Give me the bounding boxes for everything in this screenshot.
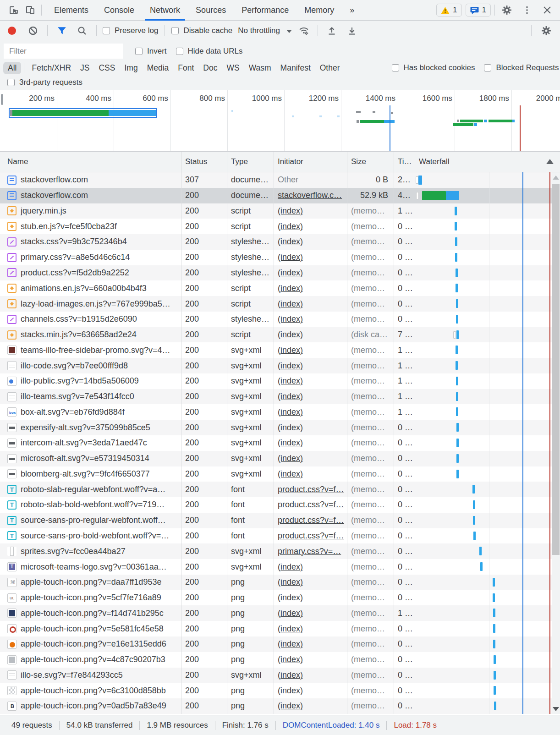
initiator-link[interactable]: (index) [278,299,303,309]
more-options-icon[interactable] [519,2,535,18]
table-row[interactable]: channels.css?v=b1915d2e6090200styleshe…(… [0,312,560,327]
table-row[interactable]: primary.css?v=a8e5d46c6c14200styleshe…(i… [0,250,560,265]
initiator-link[interactable]: (index) [278,454,303,463]
filter-type-ws[interactable]: WS [222,62,244,74]
device-toolbar-icon[interactable] [22,2,38,18]
filter-type-js[interactable]: JS [76,62,94,74]
table-row[interactable]: stacks.css?v=9b3c752346b4200styleshe…(in… [0,234,560,250]
table-row[interactable]: apple-touch-icon.png?v=0ad5b7a83e49200pn… [0,698,560,714]
initiator-link[interactable]: product.css?v=f… [278,516,344,525]
initiator-link[interactable]: product.css?v=f… [278,500,344,510]
third-party-checkbox[interactable]: 3rd-party requests [7,78,82,87]
tab-sources[interactable]: Sources [188,0,234,21]
inspect-element-icon[interactable] [5,2,22,18]
disable-cache-checkbox[interactable]: Disable cache [171,26,232,35]
table-row[interactable]: jquery.min.js200script(index)(memo…1 … [0,203,560,219]
table-row[interactable]: illo-teams.svg?v=7e543f14fcc0200svg+xml(… [0,389,560,405]
import-har-icon[interactable] [324,22,340,39]
warning-badge[interactable]: 1 [436,4,461,16]
blocked-requests-checkbox[interactable]: Blocked Requests [484,63,559,72]
table-row[interactable]: apple-touch-icon.png?v=daa7ff1d953e200pn… [0,575,560,590]
filter-type-img[interactable]: Img [120,62,142,74]
initiator-link[interactable]: (index) [278,577,303,587]
scroll-up-icon[interactable] [553,176,559,180]
initiator-link[interactable]: (index) [278,639,303,649]
initiator-link[interactable]: (index) [278,593,303,603]
initiator-link[interactable]: primary.css?v=… [278,547,341,556]
table-row[interactable]: sprites.svg?v=fcc0ea44ba27200svg+xmlprim… [0,543,560,559]
invert-checkbox[interactable]: Invert [135,47,167,56]
network-settings-gear-icon[interactable] [538,22,555,39]
table-row[interactable]: roboto-slab-bold-webfont.woff?v=719…200f… [0,497,560,513]
preserve-log-checkbox[interactable]: Preserve log [103,26,158,35]
table-row[interactable]: apple-touch-icon.png?v=5e581fc45e58200pn… [0,621,560,636]
filter-type-manifest[interactable]: Manifest [276,62,315,74]
initiator-link[interactable]: (index) [278,284,303,293]
table-row[interactable]: microsoft-alt.svg?v=e57319450314200svg+x… [0,451,560,466]
filter-type-fetchxhr[interactable]: Fetch/XHR [27,62,76,74]
table-row[interactable]: apple-touch-icon.png?v=f14d741b295c200pn… [0,605,560,621]
filter-type-other[interactable]: Other [315,62,345,74]
initiator-link[interactable]: (index) [278,346,303,355]
initiator-link[interactable]: (index) [278,701,303,711]
filter-type-all[interactable]: All [3,62,21,74]
initiator-link[interactable]: (index) [278,376,303,386]
filter-input[interactable]: Filter [4,44,123,59]
table-row[interactable]: animations.en.js?v=660a00b4b4f3200script… [0,280,560,296]
table-row[interactable]: apple-touch-icon.png?v=5cf7fe716a89200pn… [0,590,560,606]
settings-gear-icon[interactable] [499,2,515,18]
tab-performance[interactable]: Performance [234,0,296,21]
throttling-select[interactable]: No throttling [238,26,292,35]
initiator-link[interactable]: product.css?v=f… [278,531,344,541]
initiator-link[interactable]: (index) [278,670,303,680]
table-row[interactable]: apple-touch-icon.png?v=e16e1315edd6200pn… [0,636,560,652]
table-row[interactable]: stackoverflow.com307docume…Other0 B2… [0,172,560,188]
table-row[interactable]: roboto-slab-regular-webfont.woff?v=a…200… [0,482,560,497]
filter-type-css[interactable]: CSS [94,62,120,74]
initiator-link[interactable]: (index) [278,686,303,696]
initiator-link[interactable]: (index) [278,655,303,664]
table-row[interactable]: intercom-alt.svg?v=3eda71aed47c200svg+xm… [0,435,560,451]
has-blocked-cookies-checkbox[interactable]: Has blocked cookies [392,63,475,72]
table-row[interactable]: teams-illo-free-sidebar-promo.svg?v=4…20… [0,342,560,358]
close-icon[interactable] [539,2,555,18]
filter-type-wasm[interactable]: Wasm [244,62,276,74]
export-har-icon[interactable] [344,22,360,39]
table-row[interactable]: bloomberg-alt.svg?v=9fc4f6650377200svg+x… [0,466,560,482]
scrollbar[interactable] [552,172,560,714]
column-header-name[interactable]: Name [0,152,181,172]
initiator-link[interactable]: (index) [278,392,303,401]
table-row[interactable]: stacks.min.js?v=636658ad2e24200script(in… [0,327,560,343]
table-row[interactable]: expensify-alt.svg?v=375099b85ce5200svg+x… [0,420,560,435]
initiator-link[interactable]: (index) [278,609,303,618]
tab-memory[interactable]: Memory [296,0,342,21]
initiator-link[interactable]: (index) [278,407,303,417]
network-overview[interactable]: 200 ms400 ms600 ms800 ms1000 ms1200 ms14… [0,90,560,152]
initiator-link[interactable]: (index) [278,330,303,340]
table-row[interactable]: lazy-load-images.en.js?v=767e999ba5…200s… [0,296,560,312]
column-header-type[interactable]: Type [227,152,274,172]
initiator-link[interactable]: product.css?v=f… [278,485,344,494]
initiator-link[interactable]: (index) [278,624,303,634]
table-row[interactable]: source-sans-pro-regular-webfont.woff…200… [0,513,560,528]
filter-type-media[interactable]: Media [143,62,174,74]
record-button[interactable] [8,27,16,35]
table-row[interactable]: stackoverflow.com200docume…stackoverflow… [0,188,560,203]
column-header-initiator[interactable]: Initiator [274,152,347,172]
column-header-status[interactable]: Status [181,152,227,172]
column-header-size[interactable]: Size [347,152,394,172]
initiator-link[interactable]: (index) [278,222,303,231]
table-row[interactable]: microsoft-teams-logo.svg?v=00361aa…200sv… [0,559,560,575]
table-row[interactable]: source-sans-pro-bold-webfont.woff?v=…200… [0,528,560,544]
initiator-link[interactable]: (index) [278,423,303,433]
clear-icon[interactable] [25,22,41,39]
initiator-link[interactable]: (index) [278,237,303,247]
table-row[interactable]: apple-touch-icon.png?v=4c87c90207b3200pn… [0,652,560,668]
table-row[interactable]: illo-code.svg?v=b7ee00fff9d8200svg+xml(i… [0,358,560,373]
tab-network[interactable]: Network [142,0,188,21]
tab-[interactable]: » [342,0,362,21]
initiator-link[interactable]: (index) [278,438,303,448]
initiator-link[interactable]: (index) [278,314,303,324]
filter-type-doc[interactable]: Doc [198,62,222,74]
table-row[interactable]: apple-touch-icon.png?v=6c3100d858bb200pn… [0,683,560,698]
